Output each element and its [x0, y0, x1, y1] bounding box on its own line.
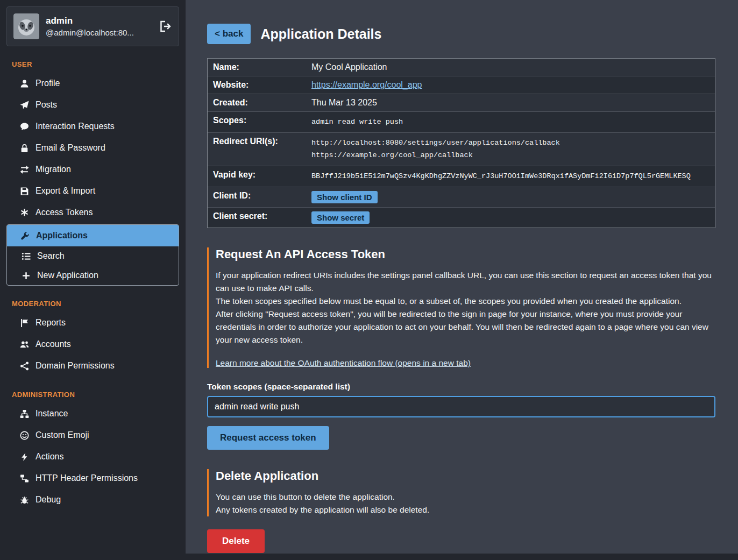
delete-line: You can use this button to delete the ap… [216, 491, 715, 504]
sidebar-item-label: Posts [36, 100, 57, 110]
sidebar-item-accounts[interactable]: Accounts [0, 334, 186, 355]
sidebar-item-label: Email & Password [36, 143, 105, 153]
user-icon [19, 79, 29, 88]
detail-value: http://localhost:8080/settings/user/appl… [306, 133, 715, 166]
sidebar-item-profile[interactable]: Profile [0, 73, 186, 94]
detail-label: Client secret: [208, 208, 306, 228]
exchange-icon [19, 165, 29, 174]
token-paragraph: If your application redirect URIs includ… [216, 269, 715, 295]
flag-icon [19, 318, 29, 328]
sidebar-item-http-header-permissions[interactable]: HTTP Header Permissions [0, 467, 186, 489]
sidebar-item-migration[interactable]: Migration [0, 159, 186, 180]
sidebar-item-label: HTTP Header Permissions [36, 473, 138, 483]
detail-label: Scopes: [208, 112, 306, 132]
sidebar-item-label: Access Tokens [36, 208, 93, 217]
application-details-table: Name: My Cool Application Website: https… [207, 58, 715, 228]
sidebar-item-label: Debug [36, 495, 61, 505]
request-token-title: Request An API Access Token [216, 247, 715, 261]
sidebar-item-reports[interactable]: Reports [0, 312, 186, 334]
sidebar-item-applications[interactable]: Applications [7, 225, 179, 246]
users-icon [19, 340, 29, 349]
detail-value: BBJffJ219b5iE512m7wQSzv4KgKDhgZZVzNyWC_r… [306, 166, 715, 187]
sidebar-item-applications-search[interactable]: Search [7, 246, 179, 266]
sidebar-item-applications-new[interactable]: New Application [7, 266, 179, 285]
back-button[interactable]: < back [207, 24, 251, 44]
user-card[interactable]: admin @admin@localhost:80... [6, 6, 179, 46]
detail-row-name: Name: My Cool Application [208, 59, 715, 76]
oauth-docs-link[interactable]: Learn more about the OAuth authenticatio… [216, 358, 471, 368]
detail-label: Client ID: [208, 187, 306, 207]
sidebar-item-label: Interaction Requests [36, 122, 115, 131]
delete-line: Any tokens created by the application wi… [216, 504, 715, 516]
sidebar-item-posts[interactable]: Posts [0, 94, 186, 116]
list-icon [21, 252, 31, 261]
detail-row-client-id: Client ID: Show client ID [208, 187, 715, 207]
sidebar: admin @admin@localhost:80... USER Profil… [0, 0, 186, 560]
sidebar-section-administration: ADMINISTRATION [12, 391, 186, 399]
user-handle: @admin@localhost:80... [46, 28, 152, 37]
bug-icon [19, 495, 29, 505]
smile-icon [19, 431, 29, 440]
avatar [13, 13, 39, 39]
detail-value: My Cool Application [306, 59, 715, 76]
sidebar-item-label: Export & Import [36, 186, 95, 196]
detail-row-redirect-uris: Redirect URI(s): http://localhost:8080/s… [208, 132, 715, 166]
request-access-token-button[interactable]: Request access token [207, 426, 329, 450]
username: admin [46, 16, 152, 26]
comment-icon [19, 122, 29, 131]
sign-out-icon[interactable] [158, 19, 172, 33]
show-secret-button[interactable]: Show secret [311, 211, 370, 224]
delete-title: Delete Application [216, 469, 715, 483]
website-link[interactable]: https://example.org/cool_app [311, 80, 422, 90]
detail-value: https://example.org/cool_app [306, 76, 715, 94]
show-client-id-button[interactable]: Show client ID [311, 191, 378, 203]
sidebar-item-label: Accounts [36, 339, 71, 349]
sidebar-item-custom-emoji[interactable]: Custom Emoji [0, 424, 186, 446]
detail-row-vapid-key: Vapid key: BBJffJ219b5iE512m7wQSzv4KgKDh… [208, 166, 715, 187]
lock-icon [19, 144, 29, 153]
detail-row-scopes: Scopes: admin read write push [208, 111, 715, 132]
sidebar-section-user: USER [12, 60, 186, 68]
floppy-icon [19, 187, 29, 196]
sidebar-item-label: Custom Emoji [36, 430, 89, 440]
sidebar-item-label: Reports [36, 318, 66, 328]
detail-value: Thu Mar 13 2025 [306, 94, 715, 111]
sidebar-item-email-password[interactable]: Email & Password [0, 137, 186, 159]
detail-label: Name: [208, 59, 306, 76]
detail-value: Show secret [306, 208, 715, 228]
sidebar-item-label: Profile [36, 79, 60, 88]
detail-label: Created: [208, 94, 306, 111]
sidebar-item-label: Migration [36, 165, 71, 174]
sidebar-section-moderation: MODERATION [12, 300, 186, 308]
token-scopes-label: Token scopes (space-separated list) [207, 382, 715, 392]
user-meta: admin @admin@localhost:80... [46, 16, 152, 37]
paper-plane-icon [19, 101, 29, 110]
delete-button[interactable]: Delete [207, 529, 265, 553]
tools-icon [20, 231, 30, 240]
request-token-section-head: Request An API Access Token If your appl… [207, 247, 715, 368]
detail-label: Website: [208, 76, 306, 94]
delete-application-section: Delete Application You can use this butt… [207, 469, 715, 553]
sidebar-item-label: Actions [36, 452, 63, 462]
sidebar-item-label: Instance [36, 409, 68, 419]
request-token-section: Request An API Access Token If your appl… [207, 247, 715, 450]
sidebar-item-actions[interactable]: Actions [0, 446, 186, 467]
sidebar-item-label: New Application [37, 271, 98, 280]
sidebar-item-domain-permissions[interactable]: Domain Permissions [0, 355, 186, 377]
detail-row-created: Created: Thu Mar 13 2025 [208, 94, 715, 111]
token-scopes-input[interactable] [207, 396, 715, 417]
sidebar-item-debug[interactable]: Debug [0, 489, 186, 511]
detail-row-website: Website: https://example.org/cool_app [208, 76, 715, 94]
token-paragraph: The token scopes specified below must be… [216, 295, 715, 308]
detail-label: Redirect URI(s): [208, 133, 306, 166]
delete-section-head: Delete Application You can use this butt… [207, 469, 715, 516]
sidebar-item-interaction-requests[interactable]: Interaction Requests [0, 116, 186, 137]
share-nodes-icon [19, 361, 29, 371]
redirect-uri: http://localhost:8080/settings/user/appl… [311, 137, 560, 150]
title-row: < back Application Details [207, 24, 715, 44]
sidebar-item-export-import[interactable]: Export & Import [0, 180, 186, 202]
asterisk-icon [19, 208, 29, 217]
sidebar-item-access-tokens[interactable]: Access Tokens [0, 202, 186, 223]
sidebar-item-instance[interactable]: Instance [0, 403, 186, 424]
page-title: Application Details [260, 26, 381, 42]
